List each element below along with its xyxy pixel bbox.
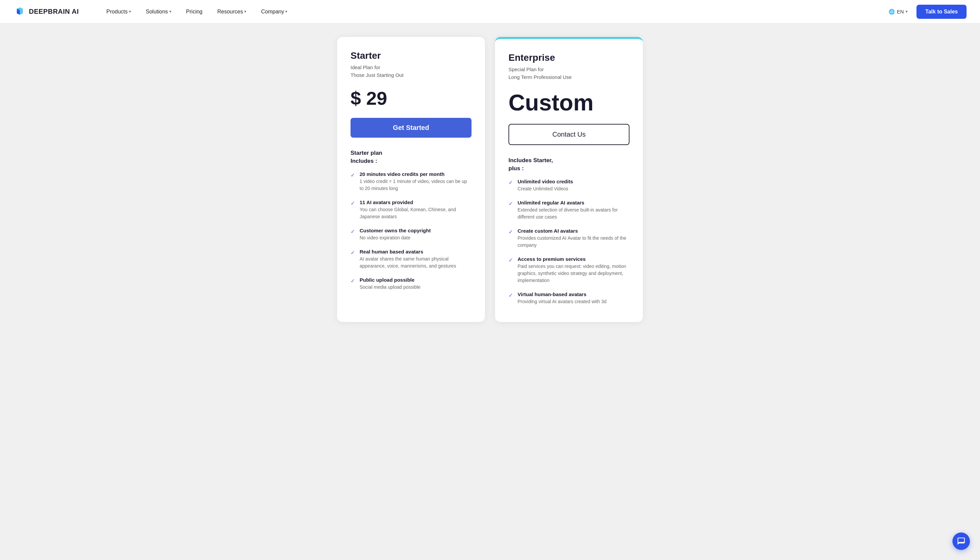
chevron-down-icon: ▾ [244,9,246,14]
logo-text: DEEPBRAIN AI [29,8,79,15]
nav-pricing[interactable]: Pricing [179,0,210,23]
header-right: 🌐 EN ▾ Talk to Sales [885,5,967,19]
list-item: ✓ 11 AI avatars provided You can choose … [351,200,472,220]
list-item: ✓ Real human based avatars AI avatar sha… [351,249,472,270]
check-icon: ✓ [351,172,355,178]
check-icon: ✓ [351,278,355,284]
list-item: ✓ 20 minutes video credits per month 1 v… [351,171,472,192]
list-item: ✓ Unlimited video credits Create Unlimit… [508,178,629,192]
chat-icon [957,537,965,545]
talk-to-sales-button[interactable]: Talk to Sales [916,5,967,19]
logo-icon [13,5,26,18]
check-icon: ✓ [508,228,513,235]
get-started-button[interactable]: Get Started [351,118,472,138]
enterprise-price: Custom [508,91,629,114]
language-selector[interactable]: 🌐 EN ▾ [885,7,911,17]
header: DEEPBRAIN AI Products ▾ Solutions ▾ Pric… [0,0,980,23]
chevron-down-icon: ▾ [285,9,288,14]
starter-plan-name: Starter [351,50,472,61]
enterprise-feature-list: ✓ Unlimited video credits Create Unlimit… [508,178,629,305]
starter-card: Starter Ideal Plan for Those Just Starti… [337,37,485,322]
list-item: ✓ Public upload possible Social media up… [351,277,472,291]
starter-feature-list: ✓ 20 minutes video credits per month 1 v… [351,171,472,291]
check-icon: ✓ [351,250,355,256]
enterprise-features-heading1: Includes Starter, [508,157,629,164]
pricing-section: Starter Ideal Plan for Those Just Starti… [0,23,980,342]
enterprise-plan-name: Enterprise [508,52,629,63]
contact-us-button[interactable]: Contact Us [508,124,629,145]
enterprise-plan-description: Special Plan for Long Term Professional … [508,66,629,81]
check-icon: ✓ [508,200,513,207]
list-item: ✓ Create custom AI avatars Provides cust… [508,228,629,249]
nav-resources[interactable]: Resources ▾ [210,0,253,23]
nav-company[interactable]: Company ▾ [254,0,295,23]
nav-products[interactable]: Products ▾ [99,0,139,23]
starter-features-heading1: Starter plan [351,150,472,157]
logo[interactable]: DEEPBRAIN AI [13,5,79,18]
chevron-down-icon: ▾ [169,9,171,14]
nav-solutions[interactable]: Solutions ▾ [139,0,179,23]
enterprise-card: Enterprise Special Plan for Long Term Pr… [495,37,643,322]
check-icon: ✓ [508,179,513,186]
check-icon: ✓ [351,228,355,235]
list-item: ✓ Unlimited regular AI avatars Extended … [508,200,629,220]
chat-bubble-button[interactable] [952,532,970,550]
list-item: ✓ Customer owns the copyright No video e… [351,228,472,242]
check-icon: ✓ [351,200,355,207]
chevron-down-icon: ▾ [129,9,131,14]
enterprise-features-heading2: plus : [508,165,629,172]
check-icon: ✓ [508,292,513,298]
globe-icon: 🌐 [889,9,895,15]
starter-plan-description: Ideal Plan for Those Just Starting Out [351,64,472,79]
check-icon: ✓ [508,257,513,263]
list-item: ✓ Access to premium services Paid servic… [508,256,629,284]
main-nav: Products ▾ Solutions ▾ Pricing Resources… [99,0,885,23]
chevron-down-icon: ▾ [906,9,908,14]
list-item: ✓ Virtual human-based avatars Providing … [508,292,629,305]
starter-features-heading2: Includes : [351,158,472,165]
starter-price: $ 29 [351,89,472,108]
